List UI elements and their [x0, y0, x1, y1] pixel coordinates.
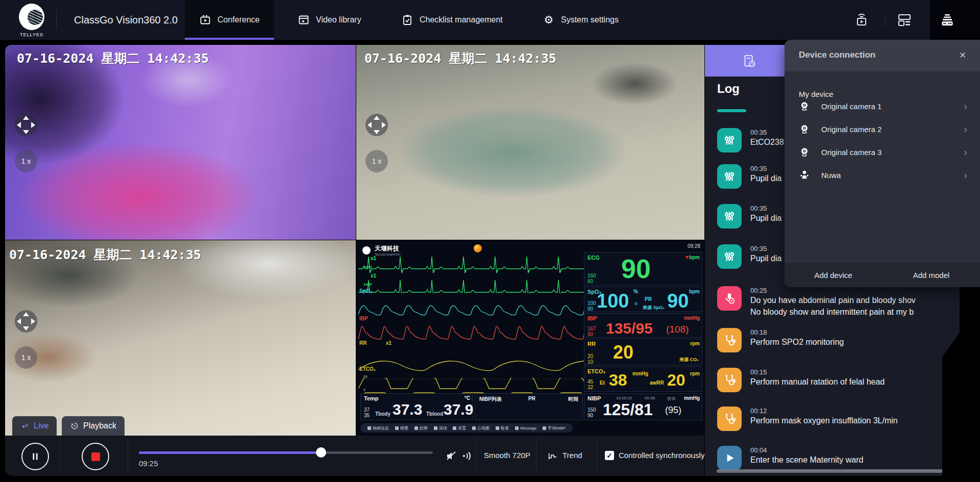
playback-label: Playback [83, 421, 116, 430]
ibp-lo: 90 [587, 332, 596, 337]
progress-slider[interactable] [139, 451, 433, 454]
ecg-mv-label-2: 1mV [363, 282, 372, 287]
sync-checkbox[interactable]: ✓ [605, 451, 614, 460]
nibp-tile: NIBP 14:26:22 00:38 自动 mmHg 125/81 (95) … [584, 393, 702, 420]
stop-record-button[interactable] [82, 443, 109, 470]
chevron-right-icon[interactable]: › [964, 170, 967, 180]
toolbar-item: 趋势 [414, 425, 428, 431]
nibp-unit: mmHg [684, 395, 700, 401]
ibp-wave-label: IBP [359, 316, 368, 321]
log-entry-time: 00:15 [750, 368, 767, 376]
device-panel-header: Device connection ✕ [785, 40, 980, 71]
mute-icon[interactable] [445, 450, 457, 462]
device-connection-icon[interactable] [939, 12, 955, 28]
sliders-icon [717, 244, 742, 269]
log-entry[interactable]: 00:15 Perform manual ratation of felal h… [717, 368, 957, 398]
exam-icon [496, 426, 499, 430]
app-logo: TELLYES [15, 3, 48, 37]
log-title-underline [717, 109, 746, 112]
pan-control[interactable] [15, 310, 37, 333]
rr-wave-label: RR [359, 340, 366, 346]
stethoscope-icon [717, 407, 742, 431]
temp-label: Temp [364, 395, 379, 401]
zoom-badge[interactable]: 1 x [365, 150, 388, 172]
zoom-badge[interactable]: 1 x [15, 150, 37, 172]
device-row-camera-3[interactable]: Original camera 3 › [799, 143, 967, 161]
log-entry[interactable]: 00:12 Perform mask oxygen insufflation 3… [717, 407, 957, 437]
tab-conference[interactable]: Conference [185, 0, 274, 40]
zoom-badge[interactable]: 1 x [15, 346, 37, 369]
ecg-icon-small [472, 426, 476, 430]
message-icon [515, 426, 519, 430]
log-entry-time: 00:25 [750, 287, 767, 294]
stop-square-icon [91, 452, 100, 461]
rr-tile: RR rpm 20 20 10 来源 CO₂ [584, 339, 702, 365]
tblood-label: Tblood [426, 411, 443, 417]
log-scrollbar[interactable] [717, 469, 947, 473]
nibp-mean: (95) [665, 405, 681, 416]
nibp-value: 125/81 [603, 401, 653, 418]
spo2-hi: 100 [587, 300, 596, 306]
camera-timestamp: 07-16-2024 星期二 14:42:35 [9, 246, 201, 263]
close-icon[interactable]: ✕ [956, 49, 969, 62]
sliders-icon [717, 128, 742, 153]
device-name: Nuwa [821, 171, 952, 180]
spo2-tile: SpO₂ % bpm 100 ≡ PR 来源 SpO₂ 90 100 90 [584, 287, 702, 312]
device-panel-footer: Add device Add model [785, 263, 980, 287]
screen-cast-icon[interactable] [853, 12, 870, 28]
device-row-camera-1[interactable]: Original camera 1 › [799, 97, 967, 115]
tab-system-settings[interactable]: ⚙ System settings [528, 0, 633, 40]
pause-button[interactable] [21, 443, 49, 470]
awrr-label: awRR [650, 380, 664, 386]
log-entry-time: 00:12 [750, 407, 767, 415]
spo2-unit: % [633, 289, 638, 294]
log-entry-text: Perform SPO2 monitoring [750, 338, 844, 347]
toolbar-item: 手动NIBP [543, 425, 566, 431]
log-entry-voice[interactable]: 00:25 Do you have abdominal pain and blo… [717, 286, 957, 323]
chevron-right-icon[interactable]: › [964, 124, 967, 134]
ibp-unit: mmHg [684, 315, 700, 321]
temp-lo: 35 [364, 413, 370, 418]
tab-checklist-management[interactable]: Checklist management [387, 0, 517, 40]
live-broadcast-icon [20, 421, 30, 430]
tab-live[interactable]: Live [12, 416, 57, 436]
trend-button[interactable]: Trend [562, 451, 582, 460]
pan-control[interactable] [365, 114, 388, 136]
pan-control[interactable] [15, 114, 37, 136]
device-row-camera-2[interactable]: Original camera 2 › [799, 120, 967, 138]
progress-thumb[interactable] [316, 447, 326, 458]
device-name: Original camera 2 [821, 125, 952, 134]
ibp-label: IBP [587, 315, 597, 321]
etco2-label: ETCO₂ [587, 368, 605, 374]
quality-selector[interactable]: Smooth 720P [484, 451, 530, 460]
log-entry[interactable]: 00:18 Perform SPO2 monitoring [717, 328, 957, 359]
tab-video-library[interactable]: Video library [283, 0, 376, 40]
log-entry-time: 00:04 [750, 446, 767, 454]
tab-label: Video library [316, 15, 361, 24]
screen-layout-icon[interactable] [896, 12, 913, 28]
log-entry-text: Perform mask oxygen insufflation 3L/min [750, 416, 898, 425]
ibp-tile: IBP mmHg 135/95 (108) 167 90 [584, 313, 702, 338]
patient-info-icon [368, 426, 371, 430]
webcam-icon [799, 100, 810, 112]
log-entry-text: Pupil dia [750, 174, 781, 183]
tab-label: Checklist management [420, 15, 503, 24]
volume-waves-icon[interactable] [461, 450, 474, 462]
sliders-icon [717, 204, 742, 229]
globe-icon [28, 10, 43, 25]
nibp-list-pr-header: PR [528, 396, 535, 401]
chevron-right-icon[interactable]: › [964, 101, 967, 111]
add-device-button[interactable]: Add device [785, 263, 882, 287]
tab-playback[interactable]: Playback [62, 416, 125, 436]
add-model-button[interactable]: Add model [883, 263, 980, 287]
ecg-gain-label: x1 [371, 256, 376, 261]
nibp-hi: 150 [587, 407, 596, 413]
chevron-right-icon[interactable]: › [964, 147, 967, 157]
device-row-nuwa[interactable]: Nuwa › [799, 166, 967, 184]
patient-monitor-feed: 天堰科技 TELLYES SCIENTIFIC 09:28 [356, 240, 704, 436]
ecg-gain-label-2: x1 [371, 273, 376, 278]
rr-label: RR [587, 341, 596, 347]
camera-feed-1: 07-16-2024 星期二 14:42:35 1 x [5, 45, 356, 240]
logo-oval [19, 4, 44, 30]
settings-icon-small [453, 426, 456, 430]
